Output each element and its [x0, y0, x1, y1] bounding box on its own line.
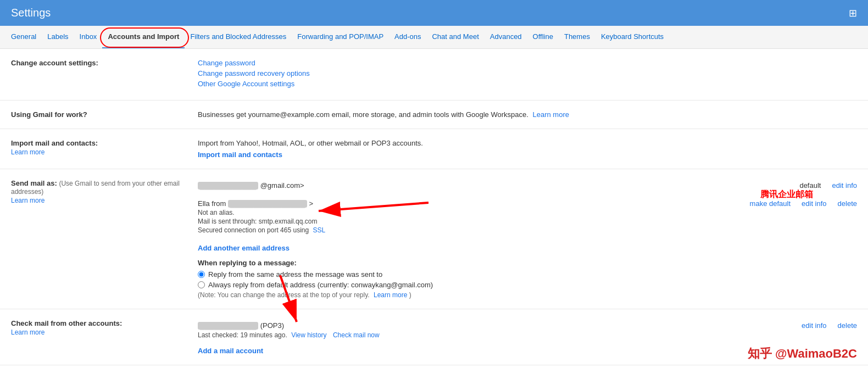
send-mail-value: ████████████ @gmail.com> default edit in…	[198, 179, 857, 299]
pop3-label: (POP3)	[260, 321, 284, 330]
gmail-actions: default edit info	[788, 181, 857, 190]
change-account-section: Change account settings: Change password…	[0, 49, 868, 101]
ella-ssl-link[interactable]: SSL	[313, 226, 326, 234]
reply-same-option: Reply from the same address the message …	[198, 270, 857, 279]
ella-not-alias: Not an alias.	[198, 209, 739, 216]
ella-port: Secured connection on port 465 using SSL	[198, 226, 739, 234]
tab-addons[interactable]: Add-ons	[389, 26, 426, 48]
tab-offline[interactable]: Offline	[527, 26, 559, 48]
ella-email-blurred: ████████████████	[228, 200, 307, 208]
check-mail-learn-more[interactable]: Learn more	[11, 329, 198, 336]
reply-learn-more[interactable]: Learn more	[374, 291, 407, 299]
gmail-work-label: Using Gmail for work?	[11, 110, 198, 119]
check-now-link[interactable]: Check mail now	[333, 331, 380, 339]
ella-delete[interactable]: delete	[838, 199, 857, 208]
gmail-default-label: default	[799, 181, 821, 190]
tab-advanced[interactable]: Advanced	[485, 26, 527, 48]
reply-default-option: Always reply from default address (curre…	[198, 281, 857, 289]
gmail-work-learn-more[interactable]: Learn more	[532, 110, 569, 119]
import-learn-more[interactable]: Learn more	[11, 148, 198, 156]
ella-prefix: Ella from	[198, 199, 228, 208]
header: Settings ⊞	[0, 0, 868, 26]
check-mail-label: Check mail from other accounts: Learn mo…	[11, 319, 198, 336]
ella-entry-container: Ella from ████████████████ > Not an alia…	[198, 197, 857, 236]
tab-labels[interactable]: Labels	[42, 26, 74, 48]
gmail-work-value: Businesses get yourname@example.com emai…	[198, 110, 857, 119]
tab-accounts-import[interactable]: Accounts and Import	[102, 26, 185, 48]
tab-filters[interactable]: Filters and Blocked Addresses	[185, 26, 292, 48]
ella-actions: make default edit info delete	[739, 199, 857, 208]
send-mail-learn-more[interactable]: Learn more	[11, 197, 198, 204]
gmail-work-section: Using Gmail for work? Businesses get you…	[0, 101, 868, 129]
pop3-delete[interactable]: delete	[838, 321, 857, 330]
page-title: Settings	[11, 7, 51, 19]
send-mail-section: Send mail as: (Use Gmail to send from yo…	[0, 169, 868, 309]
gmail-email-info: ████████████ @gmail.com>	[198, 181, 788, 190]
tab-forwarding[interactable]: Forwarding and POP/IMAP	[292, 26, 389, 48]
ella-send-entry: Ella from ████████████████ > Not an alia…	[198, 197, 857, 236]
tab-chat[interactable]: Chat and Meet	[426, 26, 484, 48]
reply-same-radio[interactable]	[198, 271, 205, 278]
settings-content: Change account settings: Change password…	[0, 49, 868, 373]
import-mail-label: Import mail and contacts: Learn more	[11, 139, 198, 156]
add-email-container: Add another email address	[198, 244, 857, 252]
pop3-last-checked: Last checked: 19 minutes ago. View histo…	[198, 331, 791, 339]
gmail-email-suffix: @gmail.com>	[260, 181, 304, 190]
ella-suffix: >	[309, 199, 314, 208]
tab-general[interactable]: General	[5, 26, 42, 48]
tab-themes[interactable]: Themes	[559, 26, 596, 48]
add-mail-account-link[interactable]: Add a mail account	[198, 347, 263, 355]
tab-inbox[interactable]: Inbox	[74, 26, 103, 48]
tab-keyboard[interactable]: Keyboard Shortcuts	[596, 26, 669, 48]
send-mail-label: Send mail as: (Use Gmail to send from yo…	[11, 179, 198, 204]
ella-make-default[interactable]: make default	[750, 199, 791, 208]
ella-smtp: Mail is sent through: smtp.exmail.qq.com	[198, 218, 739, 225]
pop3-edit-info[interactable]: edit info	[802, 321, 827, 330]
check-mail-value: ████████████ (POP3) Last checked: 19 min…	[198, 319, 857, 355]
ella-email-info: Ella from ████████████████ > Not an alia…	[198, 199, 739, 234]
ella-edit-info[interactable]: edit info	[802, 199, 827, 208]
check-mail-section: Check mail from other accounts: Learn mo…	[0, 309, 868, 365]
import-mail-value: Import from Yahoo!, Hotmail, AOL, or oth…	[198, 139, 857, 159]
change-recovery-link[interactable]: Change password recovery options	[198, 69, 857, 77]
nav-tabs: General Labels Inbox Accounts and Import…	[0, 26, 868, 49]
gmail-send-entry: ████████████ @gmail.com> default edit in…	[198, 179, 857, 192]
grid-icon[interactable]: ⊞	[849, 7, 857, 19]
reply-note: (Note: You can change the address at the…	[198, 291, 857, 299]
view-history-link[interactable]: View history	[291, 331, 326, 339]
reply-options-container: When replying to a message: Reply from t…	[198, 259, 857, 299]
gmail-email-blurred: ████████████	[198, 182, 258, 190]
change-account-label: Change account settings:	[11, 59, 198, 67]
import-action-link[interactable]: Import mail and contacts	[198, 151, 282, 159]
reply-label: When replying to a message:	[198, 259, 857, 267]
grant-access-section: Grant access to your account: (Allow oth…	[0, 365, 868, 373]
google-account-link[interactable]: Other Google Account settings	[198, 80, 857, 88]
pop3-entry-row: ████████████ (POP3) Last checked: 19 min…	[198, 319, 857, 341]
gmail-edit-info[interactable]: edit info	[832, 181, 857, 190]
pop3-email-blurred: ████████████	[198, 322, 258, 330]
pop3-actions: edit info delete	[791, 321, 857, 330]
pop3-entry-info: ████████████ (POP3) Last checked: 19 min…	[198, 321, 791, 339]
add-email-link[interactable]: Add another email address	[198, 244, 290, 252]
import-mail-section: Import mail and contacts: Learn more Imp…	[0, 129, 868, 169]
change-password-link[interactable]: Change password	[198, 59, 857, 67]
add-mail-account-container: Add a mail account	[198, 347, 857, 355]
change-account-value: Change password Change password recovery…	[198, 59, 857, 90]
reply-default-radio[interactable]	[198, 281, 205, 288]
